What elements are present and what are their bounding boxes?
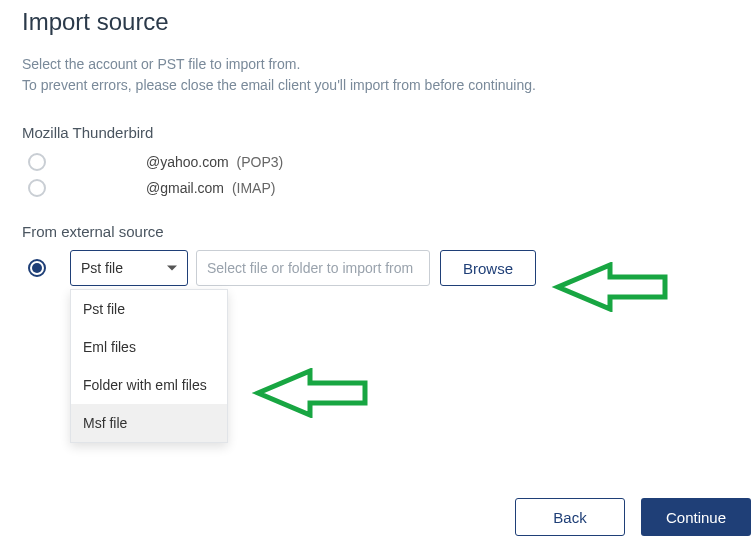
accounts-section-label: Mozilla Thunderbird — [22, 124, 733, 141]
radio-icon[interactable] — [28, 153, 46, 171]
account-protocol: (POP3) — [237, 154, 284, 170]
account-protocol: (IMAP) — [232, 180, 276, 196]
page-title: Import source — [22, 8, 733, 36]
account-row[interactable]: @gmail.com (IMAP) — [28, 175, 733, 201]
dropdown-menu: Pst file Eml files Folder with eml files… — [70, 289, 228, 443]
account-row[interactable]: @yahoo.com (POP3) — [28, 149, 733, 175]
account-address: @yahoo.com — [146, 154, 229, 170]
file-path-input[interactable] — [196, 250, 430, 286]
back-button[interactable]: Back — [515, 498, 625, 536]
dropdown-item-eml[interactable]: Eml files — [71, 328, 227, 366]
browse-button[interactable]: Browse — [440, 250, 536, 286]
external-section-label: From external source — [22, 223, 733, 240]
radio-icon[interactable] — [28, 259, 46, 277]
arrow-annotation-icon — [250, 368, 370, 418]
external-source-row: Pst file Pst file Eml files Folder with … — [28, 250, 733, 286]
dropdown-item-pst[interactable]: Pst file — [71, 290, 227, 328]
chevron-down-icon — [167, 266, 177, 271]
dropdown-item-folder-eml[interactable]: Folder with eml files — [71, 366, 227, 404]
page-subtitle: Select the account or PST file to import… — [22, 54, 733, 96]
subtitle-line-1: Select the account or PST file to import… — [22, 54, 733, 75]
dialog-footer: Back Continue — [515, 498, 751, 536]
file-type-dropdown[interactable]: Pst file Pst file Eml files Folder with … — [70, 250, 188, 286]
account-address: @gmail.com — [146, 180, 224, 196]
subtitle-line-2: To prevent errors, please close the emai… — [22, 75, 733, 96]
dropdown-selected-label: Pst file — [81, 260, 123, 276]
continue-button[interactable]: Continue — [641, 498, 751, 536]
radio-icon[interactable] — [28, 179, 46, 197]
dropdown-item-msf[interactable]: Msf file — [71, 404, 227, 442]
